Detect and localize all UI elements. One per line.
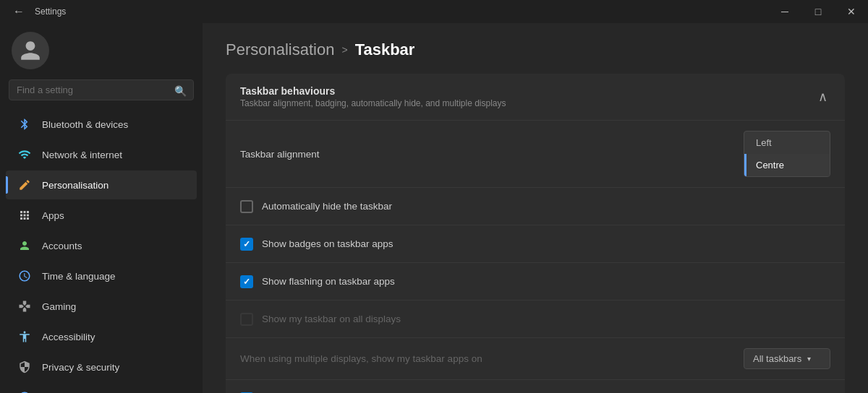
search-container: 🔍 (0, 75, 203, 106)
show-flashing-checkbox[interactable] (240, 275, 253, 288)
app-body: 🔍 Bluetooth & devices Network & internet (0, 23, 868, 393)
multiple-displays-value: All taskbars (753, 353, 801, 364)
network-icon (17, 147, 32, 162)
sidebar-item-network-label: Network & internet (42, 150, 122, 160)
multiple-displays-select[interactable]: All taskbars ▾ (744, 348, 830, 369)
alignment-option-centre[interactable]: Centre (744, 154, 830, 176)
multiple-displays-row: When using multiple displays, show my ta… (226, 338, 845, 380)
breadcrumb: Personalisation > Taskbar (226, 40, 845, 59)
card-header-title: Taskbar behaviours (240, 85, 506, 97)
content-area: Personalisation > Taskbar Taskbar behavi… (203, 23, 868, 393)
taskbar-behaviours-card: Taskbar behaviours Taskbar alignment, ba… (226, 74, 845, 393)
auto-hide-checkbox[interactable] (240, 200, 253, 213)
auto-hide-row: Automatically hide the taskbar (226, 188, 845, 225)
minimize-button[interactable]: ─ (768, 0, 801, 23)
sidebar-item-network[interactable]: Network & internet (6, 140, 197, 169)
chevron-down-icon: ▾ (807, 355, 811, 363)
title-bar-controls: ─ □ ✕ (768, 0, 868, 23)
all-displays-wrap: Show my taskbar on all displays (240, 313, 401, 326)
user-icon (19, 39, 42, 62)
sidebar-item-apps-label: Apps (42, 210, 64, 221)
sidebar-item-accessibility[interactable]: Accessibility (6, 322, 197, 351)
sidebar-item-privacy[interactable]: Privacy & security (6, 353, 197, 381)
all-displays-checkbox[interactable] (240, 313, 253, 326)
sidebar-item-personalisation-label: Personalisation (42, 180, 109, 191)
sidebar-item-gaming-label: Gaming (42, 301, 76, 312)
sidebar-item-bluetooth[interactable]: Bluetooth & devices (6, 110, 197, 139)
multiple-displays-label: When using multiple displays, show my ta… (240, 353, 482, 364)
alignment-dropdown[interactable]: Left Centre (744, 131, 830, 177)
sidebar-item-update[interactable]: Windows Update (6, 383, 197, 393)
taskbar-alignment-row: Taskbar alignment Left Centre (226, 121, 845, 188)
sidebar-item-time-label: Time & language (42, 271, 116, 282)
sidebar-item-bluetooth-label: Bluetooth & devices (42, 119, 128, 130)
avatar-area (0, 23, 203, 75)
show-flashing-row: Show flashing on taskbar apps (226, 263, 845, 301)
alignment-option-left[interactable]: Left (744, 131, 830, 154)
accounts-icon (17, 238, 32, 253)
sidebar-item-time[interactable]: Time & language (6, 262, 197, 290)
taskbar-alignment-label: Taskbar alignment (240, 149, 320, 160)
sidebar: 🔍 Bluetooth & devices Network & internet (0, 23, 203, 393)
show-flashing-label: Show flashing on taskbar apps (262, 276, 395, 287)
maximize-button[interactable]: □ (801, 0, 835, 23)
show-badges-wrap: Show badges on taskbar apps (240, 238, 393, 251)
title-bar-title: Settings (35, 7, 66, 17)
collapse-button[interactable]: ∧ (815, 86, 830, 108)
breadcrumb-chevron: > (341, 44, 347, 56)
apps-icon (17, 208, 32, 223)
card-header-subtitle: Taskbar alignment, badging, automaticall… (240, 98, 506, 108)
sidebar-item-gaming[interactable]: Gaming (6, 292, 197, 321)
back-button[interactable]: ← (9, 4, 29, 20)
show-badges-row: Show badges on taskbar apps (226, 225, 845, 263)
close-button[interactable]: ✕ (835, 0, 868, 23)
breadcrumb-current: Taskbar (355, 40, 415, 59)
title-bar: ← Settings ─ □ ✕ (0, 0, 868, 23)
update-icon (17, 390, 32, 393)
all-displays-label: Show my taskbar on all displays (262, 314, 401, 324)
auto-hide-label: Automatically hide the taskbar (262, 201, 392, 212)
sidebar-item-personalisation[interactable]: Personalisation (6, 170, 197, 199)
show-badges-label: Show badges on taskbar apps (262, 238, 393, 249)
card-header-left: Taskbar behaviours Taskbar alignment, ba… (240, 85, 506, 108)
all-displays-row: Show my taskbar on all displays (226, 301, 845, 338)
bluetooth-icon (17, 117, 32, 131)
search-input[interactable] (9, 79, 194, 100)
accessibility-icon (17, 329, 32, 344)
title-bar-left: ← Settings (9, 4, 66, 20)
time-icon (17, 269, 32, 283)
personalisation-icon (17, 178, 32, 192)
auto-hide-wrap: Automatically hide the taskbar (240, 200, 392, 213)
sidebar-item-accessibility-label: Accessibility (42, 332, 95, 342)
sidebar-item-accounts-label: Accounts (42, 241, 82, 251)
card-header[interactable]: Taskbar behaviours Taskbar alignment, ba… (226, 74, 845, 121)
share-window-row: Share any window from my taskbar (226, 380, 845, 393)
show-badges-checkbox[interactable] (240, 238, 253, 251)
privacy-icon (17, 360, 32, 374)
sidebar-item-accounts[interactable]: Accounts (6, 231, 197, 260)
sidebar-nav: Bluetooth & devices Network & internet P… (0, 106, 203, 393)
gaming-icon (17, 299, 32, 314)
sidebar-item-privacy-label: Privacy & security (42, 362, 119, 373)
show-flashing-wrap: Show flashing on taskbar apps (240, 275, 395, 288)
sidebar-item-apps[interactable]: Apps (6, 201, 197, 230)
avatar[interactable] (12, 32, 49, 69)
breadcrumb-parent[interactable]: Personalisation (226, 40, 334, 59)
